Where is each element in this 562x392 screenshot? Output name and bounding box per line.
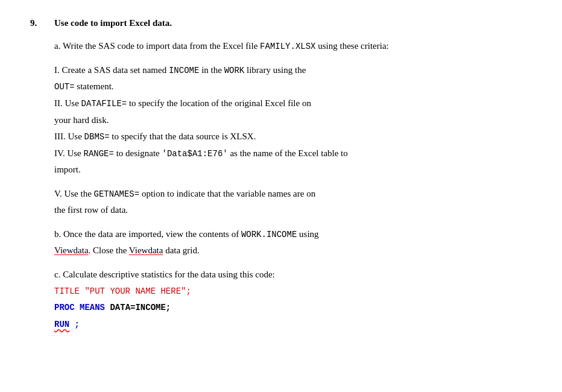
question-container: 9. Use code to import Excel data. a. Wri… bbox=[30, 18, 532, 341]
item-v-line2: the first row of data. bbox=[54, 203, 532, 217]
section-v: V. Use the GETNAMES= option to indicate … bbox=[54, 187, 532, 218]
section-c-intro: c. Calculate descriptive statistics for … bbox=[54, 268, 532, 282]
item-ii: II. Use DATAFILE= to specify the locatio… bbox=[54, 96, 532, 111]
code-work-income: WORK.INCOME bbox=[241, 230, 297, 239]
code-line1: TITLE "PUT YOUR NAME HERE"; bbox=[54, 284, 532, 299]
section-b: b. Once the data are imported, view the … bbox=[54, 227, 532, 258]
viewdata-link1: Viewdata bbox=[54, 245, 89, 255]
code-out: OUT= bbox=[54, 82, 75, 92]
code-getnames: GETNAMES= bbox=[94, 189, 140, 199]
item-iv: IV. Use RANGE= to designate 'Data$A1:E76… bbox=[54, 147, 532, 161]
item-v-line1: V. Use the GETNAMES= option to indicate … bbox=[54, 187, 532, 201]
item-out: OUT= statement. bbox=[54, 80, 532, 94]
family-file: FAMILY.XLSX bbox=[260, 42, 315, 51]
question-number: 9. bbox=[30, 18, 54, 341]
item-iv-continued: import. bbox=[54, 163, 532, 177]
section-b-text: b. Once the data are imported, view the … bbox=[54, 227, 532, 242]
section-a-intro: a. Write the SAS code to import data fro… bbox=[54, 39, 532, 54]
question-title: Use code to import Excel data. bbox=[54, 18, 532, 28]
section-b-line2: Viewdata. Close the Viewdata data grid. bbox=[54, 244, 532, 258]
item-iii: III. Use DBMS= to specify that the data … bbox=[54, 130, 532, 144]
code-income: INCOME bbox=[169, 66, 199, 75]
code-line3: RUN ; bbox=[54, 317, 532, 332]
code-line2: PROC MEANS DATA=INCOME; bbox=[54, 300, 532, 315]
code-dbms: DBMS= bbox=[84, 132, 110, 142]
code-block: TITLE "PUT YOUR NAME HERE"; PROC MEANS D… bbox=[54, 284, 532, 332]
code-work: WORK bbox=[224, 66, 245, 75]
item-ii-continued: your hard disk. bbox=[54, 113, 532, 127]
item-i: I. Create a SAS data set named INCOME in… bbox=[54, 63, 532, 78]
section-a: a. Write the SAS code to import data fro… bbox=[54, 39, 532, 54]
code-range: RANGE= bbox=[83, 149, 113, 159]
section-c: c. Calculate descriptive statistics for … bbox=[54, 268, 532, 332]
section-items: I. Create a SAS data set named INCOME in… bbox=[54, 63, 532, 177]
run-statement: RUN bbox=[54, 320, 69, 329]
code-datafile: DATAFILE= bbox=[81, 99, 127, 109]
viewdata-link2: Viewdata bbox=[129, 245, 163, 255]
question-content: Use code to import Excel data. a. Write … bbox=[54, 18, 532, 341]
code-range-value: 'Data$A1:E76' bbox=[162, 149, 227, 159]
